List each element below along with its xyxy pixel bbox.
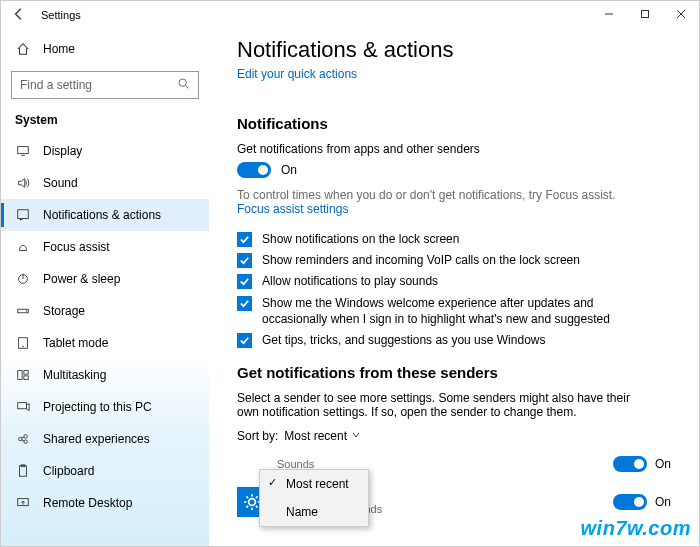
focus-assist-icon [15, 239, 31, 255]
dropdown-item-name[interactable]: Name [260, 498, 368, 526]
sidebar-item-label: Multitasking [43, 368, 106, 382]
svg-line-3 [186, 86, 189, 89]
back-button[interactable] [9, 7, 29, 24]
sort-dropdown-menu: Most recent Name [259, 469, 369, 527]
home-label: Home [43, 42, 75, 56]
clipboard-icon [15, 463, 31, 479]
close-button[interactable] [663, 8, 699, 22]
sidebar-item-label: Storage [43, 304, 85, 318]
sort-label: Sort by: [237, 429, 278, 443]
checkbox-icon [237, 296, 252, 311]
sidebar-item-tablet-mode[interactable]: Tablet mode [1, 327, 209, 359]
svg-rect-4 [18, 147, 29, 154]
multitasking-icon [15, 367, 31, 383]
home-button[interactable]: Home [1, 33, 209, 65]
sender-toggle[interactable] [613, 494, 647, 510]
display-icon [15, 143, 31, 159]
sidebar-item-label: Sound [43, 176, 78, 190]
sidebar-item-label: Notifications & actions [43, 208, 161, 222]
sidebar-item-display[interactable]: Display [1, 135, 209, 167]
svg-point-10 [26, 310, 27, 311]
sidebar-item-label: Display [43, 144, 82, 158]
svg-point-12 [22, 346, 23, 347]
svg-rect-6 [18, 210, 29, 219]
sidebar-item-label: Clipboard [43, 464, 94, 478]
search-icon [177, 77, 190, 93]
sidebar-item-label: Focus assist [43, 240, 110, 254]
tablet-icon [15, 335, 31, 351]
shared-icon [15, 431, 31, 447]
sidebar-item-remote-desktop[interactable]: Remote Desktop [1, 487, 209, 519]
senders-desc: Select a sender to see more settings. So… [237, 391, 637, 419]
sidebar-item-storage[interactable]: Storage [1, 295, 209, 327]
sidebar-item-projecting[interactable]: Projecting to this PC [1, 391, 209, 423]
notifications-heading: Notifications [237, 115, 671, 132]
sidebar-item-notifications[interactable]: Notifications & actions [1, 199, 209, 231]
svg-rect-16 [18, 403, 27, 409]
svg-rect-14 [24, 371, 28, 375]
sidebar: Home Find a setting System Display Sound [1, 29, 209, 546]
svg-rect-22 [20, 466, 27, 477]
sidebar-item-label: Projecting to this PC [43, 400, 152, 414]
notifications-icon [15, 207, 31, 223]
checkbox-icon [237, 274, 252, 289]
senders-heading: Get notifications from these senders [237, 364, 671, 381]
notifications-toggle[interactable] [237, 162, 271, 178]
sidebar-item-clipboard[interactable]: Clipboard [1, 455, 209, 487]
svg-rect-13 [18, 371, 22, 380]
svg-rect-1 [642, 11, 649, 18]
sidebar-item-shared-experiences[interactable]: Shared experiences [1, 423, 209, 455]
sender-toggle[interactable] [613, 456, 647, 472]
notifications-toggle-label: On [281, 163, 297, 177]
checkbox-icon [237, 232, 252, 247]
check-sounds[interactable]: Allow notifications to play sounds [237, 273, 671, 289]
projecting-icon [15, 399, 31, 415]
svg-line-20 [22, 437, 25, 438]
sidebar-item-multitasking[interactable]: Multitasking [1, 359, 209, 391]
check-label: Show reminders and incoming VoIP calls o… [262, 252, 580, 268]
sidebar-item-label: Shared experiences [43, 432, 150, 446]
dropdown-item-most-recent[interactable]: Most recent [260, 470, 368, 498]
titlebar: Settings [1, 1, 699, 29]
check-voip[interactable]: Show reminders and incoming VoIP calls o… [237, 252, 671, 268]
minimize-button[interactable] [591, 8, 627, 22]
home-icon [15, 41, 31, 57]
check-welcome[interactable]: Show me the Windows welcome experience a… [237, 295, 671, 327]
check-label: Show me the Windows welcome experience a… [262, 295, 632, 327]
maximize-button[interactable] [627, 8, 663, 22]
svg-point-18 [24, 435, 28, 439]
sidebar-item-power-sleep[interactable]: Power & sleep [1, 263, 209, 295]
svg-line-21 [22, 440, 25, 441]
svg-point-2 [179, 79, 186, 86]
power-icon [15, 271, 31, 287]
sidebar-item-sound[interactable]: Sound [1, 167, 209, 199]
check-lock-screen[interactable]: Show notifications on the lock screen [237, 231, 671, 247]
sidebar-nav: Display Sound Notifications & actions Fo… [1, 135, 209, 546]
search-placeholder: Find a setting [20, 78, 92, 92]
search-input[interactable]: Find a setting [11, 71, 199, 99]
sidebar-item-label: Remote Desktop [43, 496, 132, 510]
svg-rect-15 [24, 376, 28, 380]
focus-assist-link[interactable]: Focus assist settings [237, 202, 348, 216]
sound-icon [15, 175, 31, 191]
check-label: Get tips, tricks, and suggestions as you… [262, 332, 545, 348]
notifications-desc: Get notifications from apps and other se… [237, 142, 671, 156]
sort-value-text: Most recent [284, 429, 347, 443]
sort-dropdown[interactable]: Most recent [284, 429, 361, 443]
check-label: Allow notifications to play sounds [262, 273, 438, 289]
sidebar-item-label: Power & sleep [43, 272, 120, 286]
focus-assist-hint: To control times when you do or don't ge… [237, 188, 671, 202]
check-tips[interactable]: Get tips, tricks, and suggestions as you… [237, 332, 671, 348]
sidebar-item-focus-assist[interactable]: Focus assist [1, 231, 209, 263]
main-content: Notifications & actions Edit your quick … [209, 29, 699, 546]
storage-icon [15, 303, 31, 319]
sender-toggle-label: On [655, 457, 671, 471]
checkbox-icon [237, 253, 252, 268]
window-title: Settings [41, 9, 81, 21]
quick-actions-link[interactable]: Edit your quick actions [237, 67, 357, 81]
watermark: win7w.com [581, 517, 691, 540]
svg-point-19 [24, 440, 28, 444]
remote-desktop-icon [15, 495, 31, 511]
sidebar-item-label: Tablet mode [43, 336, 108, 350]
sidebar-group-label: System [1, 107, 209, 135]
